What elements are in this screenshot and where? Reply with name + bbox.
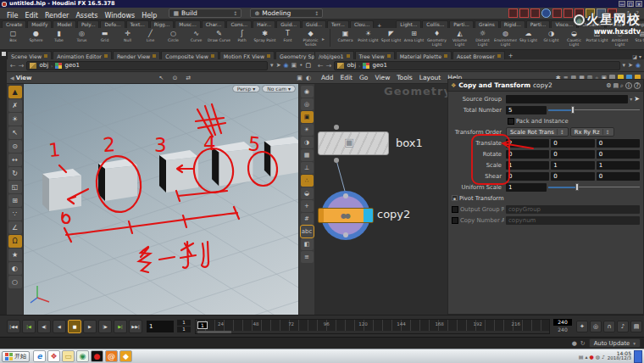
recorder-tool-3-icon[interactable] — [530, 8, 540, 18]
recorder-tool-4-icon[interactable] — [541, 8, 551, 18]
move-tool-icon[interactable]: ↔ — [8, 154, 22, 166]
normals-icon[interactable]: ⊥ — [301, 162, 314, 174]
shelf-tab[interactable]: Modify — [27, 20, 52, 28]
shelf-tab[interactable]: Create — [2, 20, 26, 28]
shade-mode-icon[interactable]: ◑ — [301, 137, 314, 148]
pane-tab[interactable]: Asset Browser — [452, 51, 505, 59]
shelf-tool-ambient-light[interactable]: ◌ Ambient Light — [608, 29, 631, 47]
shelf-tab[interactable]: Model — [53, 20, 75, 28]
shelf-tool-line[interactable]: ╱ Line — [139, 29, 162, 47]
start-button[interactable]: 开始 — [2, 351, 30, 362]
shelf-tab[interactable]: Visco... — [551, 20, 577, 28]
shelf-tool-point-light[interactable]: ☀ Point Light — [357, 29, 380, 47]
text-overlay-icon[interactable]: abc — [301, 226, 314, 237]
shelf-tab[interactable]: Poly... — [77, 20, 100, 28]
handles-icon[interactable]: + — [301, 200, 314, 212]
select-arrow-icon[interactable]: ↖ — [8, 126, 22, 139]
node-copy2[interactable]: ●● — [318, 208, 374, 223]
goto-start-button[interactable]: |◀◀ — [7, 320, 20, 333]
shelf-tool-draw-curve[interactable]: ✎ Draw Curve — [208, 29, 230, 47]
shelf-tool-tube[interactable]: ▮ Tube — [47, 29, 70, 47]
total-number-slider[interactable] — [548, 106, 640, 114]
forward-icon[interactable]: → — [19, 62, 25, 70]
scale-tool-icon[interactable]: ◱ — [8, 181, 22, 193]
node-box1[interactable]: ▣ — [318, 131, 389, 155]
layout-icon[interactable]: ▣ — [297, 75, 303, 81]
grid-toggle-icon[interactable]: # — [301, 213, 314, 225]
scene-viewport[interactable]: Persp ▾ No cam ▾ — [24, 84, 298, 315]
shelf-tab[interactable]: Parti... — [526, 20, 551, 28]
shelf-tool-environment-light[interactable]: ◍ Environment Light — [494, 29, 517, 47]
shelf-tab[interactable]: Guid... — [276, 20, 301, 28]
playbar-options-icon[interactable]: ▤ — [630, 321, 642, 332]
shelf-tab[interactable]: Musc... — [175, 20, 200, 28]
shelf-tab[interactable]: Defo... — [100, 20, 125, 28]
secure-selection-icon[interactable]: ✗ — [8, 99, 22, 112]
goto-end-button[interactable]: ▶▶| — [129, 320, 142, 333]
audio-icon[interactable]: ♪ — [617, 321, 629, 332]
shelf-tab[interactable]: Rigid... — [500, 20, 525, 28]
range-start-field[interactable]: 1 — [177, 320, 191, 326]
network-menu-item[interactable]: Add — [318, 74, 337, 81]
shelf-tool-torus[interactable]: ◎ Torus — [70, 29, 93, 47]
minimize-button[interactable]: — — [619, 1, 625, 7]
prev-frame-button[interactable]: ◀| — [37, 320, 51, 333]
shelf-tab[interactable]: Fluid... — [606, 20, 630, 28]
vector-y-input[interactable]: 0 — [551, 172, 594, 181]
shelf-tab[interactable]: Popul... — [631, 20, 644, 28]
shelf-tab[interactable]: Clou... — [350, 20, 374, 28]
vector-x-input[interactable]: 1 — [506, 161, 549, 170]
taskbar-app-recorder[interactable]: ● — [91, 350, 103, 362]
current-frame-field[interactable]: 1 — [147, 321, 174, 332]
pane-tab[interactable]: Composite View — [161, 51, 219, 59]
lock-icon[interactable]: ▣ — [301, 111, 314, 123]
shelf-tab[interactable]: Grains — [475, 20, 499, 28]
node-input-connector[interactable] — [334, 125, 339, 130]
template-geo-icon[interactable]: ◎ — [301, 98, 314, 110]
next-key-button[interactable]: ▶| — [114, 320, 127, 333]
add-shelf-tab-button[interactable]: + — [375, 22, 384, 28]
select-geometry-icon[interactable]: ⊙ — [172, 75, 177, 81]
recorder-tool-7-icon[interactable] — [586, 8, 595, 18]
taskbar-app-globe[interactable]: ◉ — [76, 350, 89, 362]
shelf-tool-camera[interactable]: ▣ Camera — [334, 29, 357, 47]
rotate-tool-icon[interactable]: ↻ — [8, 167, 22, 180]
shelf-tool-grid[interactable]: ▬ Grid — [93, 29, 116, 47]
vector-z-input[interactable]: 0 — [597, 139, 640, 148]
pane-tab[interactable]: Animation Editor — [53, 51, 112, 59]
collapse-caret-icon[interactable]: ◀ — [10, 75, 14, 81]
shelf-tab[interactable]: Cons... — [226, 20, 252, 28]
snap-edge-icon[interactable]: ∠ — [8, 221, 22, 234]
vector-z-input[interactable]: 0 — [597, 150, 640, 159]
shelf-tool-sta-can[interactable]: ▤ Sta Can — [631, 29, 644, 47]
breadcrumb[interactable]: obj › geo1 — [26, 61, 268, 70]
shelf-tool-spot-light[interactable]: ◤ Spot Light — [380, 29, 402, 47]
maximize-button[interactable]: □ — [627, 1, 634, 7]
copy-number-attr-checkbox[interactable] — [452, 217, 458, 224]
rail-handle[interactable] — [2, 52, 6, 56]
total-number-input[interactable]: 5 — [506, 106, 547, 114]
shelf-tab[interactable]: Text... — [126, 20, 149, 28]
recorder-tool-2-icon[interactable] — [519, 8, 529, 18]
add-pane-tab-button[interactable]: + — [506, 53, 516, 59]
copy-number-attr-input[interactable]: copynum — [506, 216, 640, 225]
pane-tab[interactable]: Motion FX View — [219, 51, 275, 59]
shelf-tab[interactable]: Terr... — [327, 20, 349, 28]
uniform-scale-input[interactable]: 1 — [506, 183, 547, 192]
pane-tab[interactable]: Render View — [113, 51, 160, 59]
recorder-compass-icon[interactable] — [552, 8, 562, 18]
shelf-tool-sky-light[interactable]: ☁ Sky Light — [517, 29, 540, 47]
path-menu-icon[interactable]: ▾ — [270, 62, 274, 69]
snap-point-icon[interactable]: ∵ — [8, 208, 22, 221]
globe-icon[interactable]: ◉ — [284, 62, 289, 69]
transform-order-dropdown[interactable]: Scale Rot Trans↕ — [506, 127, 569, 137]
shelf-tab[interactable]: Light... — [396, 20, 421, 28]
output-group-prefix-input[interactable]: copyGroup — [506, 205, 640, 214]
taskbar-app-orange[interactable]: ◆ — [119, 350, 132, 362]
shelf-tab[interactable]: Parti... — [449, 20, 474, 28]
select-mode-icon[interactable]: ↖ — [159, 75, 164, 81]
shelf-tool-area-light[interactable]: ⊞ Area Light — [402, 29, 425, 47]
help-icon[interactable]: ? — [634, 10, 641, 17]
shelf-tab[interactable]: Oceans — [578, 20, 605, 28]
shelf-tool-platonic-solids[interactable]: ◆ Platonic Solids — [299, 29, 322, 47]
